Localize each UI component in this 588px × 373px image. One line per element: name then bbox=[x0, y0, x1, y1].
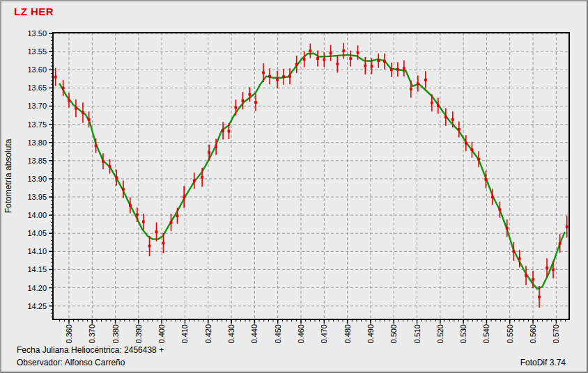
julian-date-label: Fecha Juliana Heliocéntrica: 2456438 + bbox=[17, 345, 164, 355]
svg-text:0.420: 0.420 bbox=[204, 324, 212, 344]
data-point bbox=[538, 296, 541, 299]
data-point bbox=[336, 63, 339, 65]
grid-lines bbox=[53, 33, 569, 319]
data-point bbox=[122, 188, 125, 191]
data-point bbox=[403, 67, 405, 70]
svg-text:13.70: 13.70 bbox=[27, 102, 47, 110]
data-point bbox=[377, 59, 380, 62]
svg-text:14.00: 14.00 bbox=[27, 211, 47, 219]
data-point bbox=[471, 148, 474, 151]
data-point bbox=[215, 145, 217, 148]
svg-text:0.430: 0.430 bbox=[227, 324, 235, 344]
data-point bbox=[316, 57, 319, 60]
svg-text:0.370: 0.370 bbox=[88, 324, 96, 344]
svg-text:0.500: 0.500 bbox=[389, 324, 398, 344]
data-point bbox=[193, 180, 196, 182]
svg-text:14.10: 14.10 bbox=[27, 247, 47, 255]
svg-text:0.410: 0.410 bbox=[180, 324, 189, 344]
plot-frame bbox=[53, 33, 569, 319]
data-point bbox=[183, 196, 185, 198]
data-point bbox=[288, 75, 291, 78]
data-point bbox=[532, 278, 534, 281]
data-point bbox=[396, 68, 399, 71]
data-point bbox=[62, 86, 65, 89]
data-point bbox=[518, 257, 521, 260]
svg-text:0.540: 0.540 bbox=[482, 324, 490, 344]
svg-text:0.520: 0.520 bbox=[436, 324, 444, 344]
fit-line bbox=[60, 54, 565, 289]
x-axis-tick-labels: 0.3600.3700.3800.3900.4000.4100.4200.430… bbox=[65, 324, 560, 344]
data-point bbox=[249, 93, 252, 96]
data-point bbox=[303, 58, 306, 61]
data-point bbox=[282, 75, 285, 78]
data-point bbox=[323, 58, 325, 61]
data-point bbox=[170, 221, 173, 224]
data-point bbox=[390, 68, 393, 71]
data-point bbox=[424, 79, 427, 81]
data-point bbox=[330, 51, 332, 54]
y-axis-title: Fotometría absoluta bbox=[3, 138, 13, 213]
data-point bbox=[268, 75, 271, 78]
observer-label: Observador: Alfonso Carreño bbox=[17, 358, 125, 367]
data-point bbox=[491, 196, 494, 198]
data-point bbox=[566, 225, 568, 228]
svg-text:0.470: 0.470 bbox=[320, 324, 328, 344]
svg-text:0.450: 0.450 bbox=[274, 324, 282, 344]
data-point bbox=[155, 230, 158, 233]
data-point bbox=[242, 100, 245, 102]
data-point bbox=[228, 130, 231, 133]
svg-text:0.550: 0.550 bbox=[506, 324, 514, 344]
data-point bbox=[295, 63, 298, 66]
data-point bbox=[88, 118, 91, 121]
svg-text:13.55: 13.55 bbox=[27, 47, 47, 56]
data-point bbox=[148, 245, 151, 248]
data-point bbox=[129, 204, 132, 207]
data-point bbox=[254, 101, 257, 104]
data-point bbox=[142, 221, 145, 223]
data-point bbox=[201, 176, 203, 179]
data-point bbox=[417, 82, 419, 85]
svg-text:0.560: 0.560 bbox=[529, 324, 537, 344]
data-point bbox=[82, 111, 84, 114]
data-point bbox=[431, 102, 433, 104]
data-point bbox=[410, 88, 412, 90]
svg-text:13.50: 13.50 bbox=[27, 29, 47, 38]
data-point bbox=[546, 267, 548, 269]
data-point bbox=[309, 49, 311, 52]
data-point bbox=[68, 99, 70, 102]
svg-text:0.360: 0.360 bbox=[65, 324, 73, 344]
svg-text:13.95: 13.95 bbox=[27, 193, 47, 201]
data-point bbox=[176, 214, 179, 217]
data-point bbox=[109, 165, 111, 168]
svg-text:14.25: 14.25 bbox=[27, 302, 47, 310]
data-point bbox=[451, 118, 454, 121]
data-point bbox=[262, 72, 265, 74]
fotodif-window: LZ HER 0.3600.3700.3800.3900.4000.4100.4… bbox=[0, 0, 588, 373]
data-point bbox=[342, 49, 345, 52]
svg-text:13.60: 13.60 bbox=[27, 65, 47, 74]
data-point bbox=[552, 269, 555, 271]
data-points bbox=[54, 43, 568, 308]
svg-text:0.570: 0.570 bbox=[552, 324, 560, 344]
data-point bbox=[357, 51, 359, 54]
svg-text:14.20: 14.20 bbox=[27, 284, 47, 292]
data-point bbox=[477, 158, 480, 161]
svg-text:0.400: 0.400 bbox=[157, 324, 166, 344]
data-point bbox=[499, 208, 502, 211]
svg-text:0.460: 0.460 bbox=[297, 324, 305, 344]
data-point bbox=[75, 107, 77, 110]
app-version-label: FotoDif 3.74 bbox=[520, 358, 566, 367]
svg-text:0.380: 0.380 bbox=[111, 324, 120, 344]
data-point bbox=[235, 106, 238, 109]
svg-text:13.65: 13.65 bbox=[27, 84, 47, 92]
data-point bbox=[115, 176, 118, 179]
data-point bbox=[525, 274, 527, 277]
data-point bbox=[102, 160, 105, 163]
data-point bbox=[95, 144, 98, 147]
data-point bbox=[54, 76, 57, 79]
svg-text:0.390: 0.390 bbox=[134, 324, 143, 344]
data-point bbox=[437, 104, 440, 107]
data-point bbox=[222, 129, 224, 132]
data-point bbox=[349, 57, 352, 60]
y-axis-tick-labels: 13.5013.5513.6013.6513.7013.7513.8013.85… bbox=[27, 29, 47, 310]
